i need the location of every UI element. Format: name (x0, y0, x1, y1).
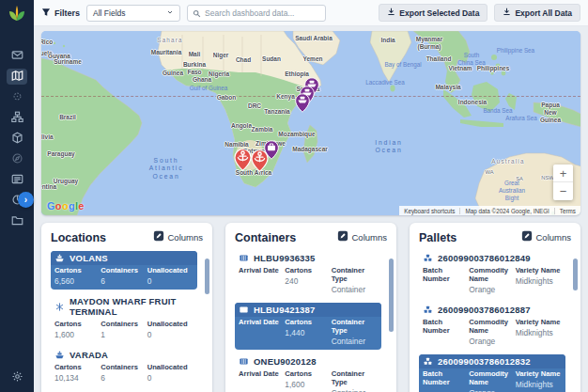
item-name: 260099003786012887 (438, 305, 531, 315)
zoom-out-button[interactable]: − (553, 182, 573, 200)
columns-icon (337, 230, 348, 244)
export-all-button[interactable]: Export All Data (494, 4, 580, 22)
list-item[interactable]: MAYDON WHARF FRUIT TERMINALCartons1,600C… (51, 294, 197, 343)
field-label: Cartons (54, 363, 101, 371)
map-marker-ship[interactable] (295, 93, 310, 117)
panel-title: Containers (235, 231, 296, 244)
list-item-header: MAYDON WHARF FRUIT TERMINAL (51, 294, 197, 319)
field-column: Unallocated0 (147, 363, 193, 383)
field-label: Variety Name (516, 318, 562, 326)
columns-button[interactable]: Columns (153, 230, 204, 244)
gear-icon[interactable] (7, 368, 27, 384)
sidebar-item-package[interactable] (7, 131, 27, 147)
field-value: Midknights (516, 380, 562, 389)
item-name: MAYDON WHARF FRUIT TERMINAL (70, 296, 193, 317)
search-box[interactable] (187, 5, 326, 22)
export-all-label: Export All Data (515, 8, 572, 18)
item-name: HLBU9936335 (254, 253, 316, 263)
field-label: Unallocated (147, 363, 193, 371)
field-label: Cartons (285, 369, 331, 378)
field-label: Variety Name (516, 266, 562, 274)
columns-button[interactable]: Columns (521, 230, 572, 244)
field-column: Arrival Date (239, 266, 285, 294)
field-column: Commodity NameOrange (469, 318, 515, 346)
terms-link[interactable]: Terms (554, 208, 580, 214)
list-item[interactable]: ONEU9020128Arrival DateCartons1,600Conta… (235, 354, 381, 392)
field-value: Container (332, 285, 378, 294)
list-item[interactable]: 260099003786012849Batch NumberCommodity … (419, 251, 565, 298)
card-icon (11, 172, 23, 189)
container-icon (239, 305, 249, 315)
field-value: 6,560 (54, 276, 101, 286)
mail-icon (11, 48, 23, 65)
field-value: 6 (101, 276, 147, 286)
panel-body: 260099003786012849Batch NumberCommodity … (419, 251, 571, 392)
filters-label: Filters (54, 8, 80, 18)
download-icon (387, 8, 395, 18)
field-value: Container (332, 337, 378, 346)
scrollbar-thumb[interactable] (573, 259, 578, 290)
sidebar-item-crosshair[interactable] (7, 89, 27, 105)
panel-locations: LocationsColumnsVOLANSCartons6,560Contai… (41, 223, 212, 392)
list-item[interactable]: 260099003786012832Batch NumberCommodity … (419, 354, 565, 392)
sidebar-item-folder[interactable] (7, 213, 27, 229)
list-item[interactable]: VARADACartons10,134Containers6Unallocate… (51, 348, 197, 386)
field-label: Cartons (285, 318, 331, 326)
scrollbar-thumb[interactable] (389, 259, 394, 332)
field-value (239, 380, 285, 388)
map-marker-anchor[interactable] (251, 149, 269, 176)
sidebar-item-map[interactable] (7, 69, 27, 85)
google-logo-letter: g (69, 200, 75, 212)
folder-icon (11, 213, 23, 230)
sidebar-item-card[interactable] (7, 172, 27, 188)
panel-title: Pallets (419, 231, 456, 244)
sidebar-item-mail[interactable] (7, 48, 27, 64)
field-label: Cartons (54, 266, 101, 274)
field-column: Commodity NameOrange (469, 266, 515, 294)
field-value: Orange (469, 388, 515, 392)
field-label: Commodity Name (469, 369, 515, 386)
export-selected-button[interactable]: Export Selected Data (379, 4, 487, 22)
sidebar-item-sitemap[interactable] (7, 110, 27, 126)
list-item[interactable]: HLBU9936335Arrival DateCartons240Contain… (235, 251, 381, 298)
field-value: 0 (147, 276, 193, 286)
columns-button[interactable]: Columns (337, 230, 388, 244)
google-logo: Google (47, 200, 85, 212)
field-value: 0 (147, 373, 193, 383)
container-icon (239, 253, 249, 263)
field-value: Midknights (516, 276, 562, 286)
field-column: Batch Number (423, 318, 469, 346)
columns-label: Columns (536, 232, 572, 243)
item-name: ONEU9020128 (254, 356, 317, 367)
field-column: Unallocated0 (147, 320, 193, 339)
field-label: Commodity Name (469, 266, 515, 283)
search-input[interactable] (205, 8, 320, 18)
google-logo-letter: o (55, 200, 62, 212)
list-item[interactable]: 260099003786012887Batch NumberCommodity … (419, 303, 565, 350)
sidebar-expand-button[interactable]: › (18, 192, 34, 208)
zoom-in-button[interactable]: + (553, 165, 573, 182)
scrollbar-thumb[interactable] (205, 259, 209, 294)
filters-button[interactable]: Filters (41, 8, 80, 19)
list-item[interactable]: HLBU9421387Arrival DateCartons1,440Conta… (235, 303, 381, 350)
columns-icon (521, 230, 533, 244)
map-marker-anchor[interactable] (234, 149, 252, 175)
panel-title: Locations (51, 231, 106, 244)
map-attribution: Keyboard shortcuts Map data ©2024 Google… (399, 206, 580, 215)
sidebar-item-compass[interactable] (7, 151, 27, 167)
keyboard-shortcuts-link[interactable]: Keyboard shortcuts (399, 208, 459, 214)
field-label: Unallocated (147, 266, 193, 274)
field-label: Arrival Date (239, 318, 285, 326)
item-fields: Batch NumberCommodity NameOrangeVariety … (419, 317, 565, 350)
map-canvas[interactable]: Puerto RicoVenezuelaGuyanaSurinameBrazil… (41, 31, 580, 215)
ship-icon (54, 350, 65, 360)
item-name: 260099003786012832 (438, 356, 531, 367)
panel-header: PalletsColumns (419, 230, 571, 244)
panel-header: LocationsColumns (51, 230, 203, 244)
item-fields: Cartons1,600Containers1Unallocated0 (51, 319, 197, 343)
list-item-header: 260099003786012832 (419, 354, 565, 368)
sprout-logo-icon (8, 5, 26, 24)
list-item[interactable]: VOLANSCartons6,560Containers6Unallocated… (51, 251, 197, 290)
map-data-label: Map data ©2024 Google, INEGI (459, 208, 553, 214)
field-select[interactable]: All Fields (86, 5, 180, 22)
